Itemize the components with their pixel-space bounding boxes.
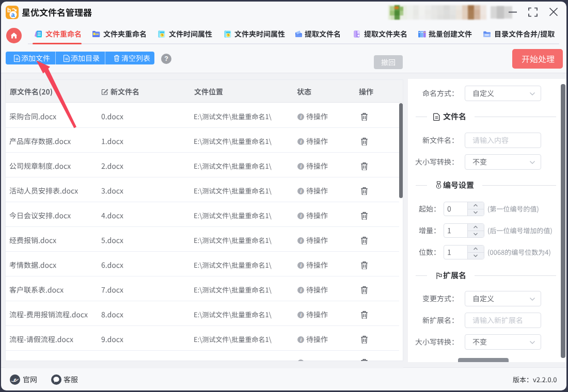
svg-text:i: i: [301, 213, 302, 218]
svg-text:i: i: [301, 238, 302, 243]
svg-text:i: i: [301, 139, 302, 144]
svg-text:i: i: [301, 337, 302, 342]
svg-text:?: ?: [164, 55, 168, 62]
svg-text:i: i: [301, 287, 302, 292]
svg-text:i: i: [301, 188, 302, 193]
svg-text:i: i: [301, 114, 302, 119]
svg-text:i: i: [301, 164, 302, 169]
svg-text:i: i: [301, 312, 302, 317]
svg-text:a: a: [11, 11, 15, 19]
svg-text:i: i: [301, 263, 302, 268]
